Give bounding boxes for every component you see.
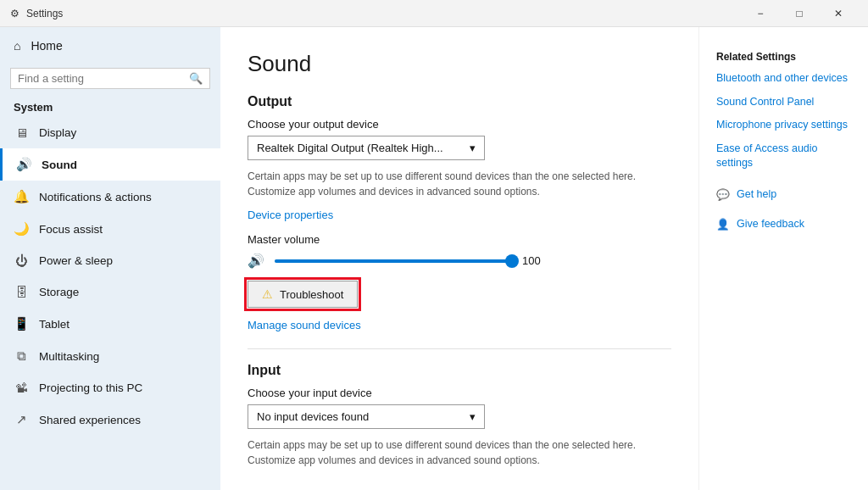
storage-icon: 🗄	[14, 285, 29, 299]
home-icon: ⌂	[14, 39, 20, 53]
sidebar-item-tablet[interactable]: 📱 Tablet	[0, 308, 220, 340]
search-icon: 🔍	[189, 72, 203, 85]
output-device-value: Realtek Digital Output (Realtek High...	[257, 142, 443, 154]
minimize-button[interactable]: −	[741, 0, 780, 27]
close-button[interactable]: ✕	[819, 0, 858, 27]
give-feedback-label: Give feedback	[737, 218, 804, 230]
sidebar-item-label: Focus assist	[39, 223, 103, 236]
display-icon: 🖥	[14, 125, 29, 140]
search-box: 🔍	[10, 68, 210, 89]
sidebar-item-home[interactable]: ⌂ Home	[0, 27, 220, 64]
related-settings-title: Related Settings	[716, 51, 851, 63]
right-panel: Related Settings Bluetooth and other dev…	[698, 27, 868, 490]
sidebar-item-multitasking[interactable]: ⧉ Multitasking	[0, 340, 220, 372]
page-title: Sound	[248, 51, 671, 77]
give-feedback-row[interactable]: 👤 Give feedback	[716, 218, 851, 231]
related-link-sound-control[interactable]: Sound Control Panel	[716, 95, 851, 110]
sidebar: ⌂ Home 🔍 System 🖥 Display 🔊 Sound 🔔 Noti…	[0, 27, 220, 490]
shared-icon: ↗	[14, 412, 29, 427]
multitasking-icon: ⧉	[14, 348, 29, 364]
input-description: Certain apps may be set up to use differ…	[248, 437, 654, 468]
sidebar-item-sound[interactable]: 🔊 Sound	[0, 148, 220, 181]
warning-icon: ⚠	[262, 287, 273, 301]
volume-section: Master volume 🔊 100	[248, 233, 671, 269]
title-bar-title: Settings	[26, 8, 63, 19]
sidebar-item-storage[interactable]: 🗄 Storage	[0, 276, 220, 308]
title-bar: ⚙ Settings − □ ✕	[0, 0, 868, 27]
content-area: Sound Output Choose your output device R…	[220, 27, 698, 490]
sidebar-item-label: Multitasking	[39, 350, 99, 363]
volume-slider-fill	[275, 259, 512, 263]
power-icon: ⏻	[14, 253, 29, 268]
sidebar-item-label: Projecting to this PC	[39, 381, 142, 394]
volume-value: 100	[522, 254, 548, 267]
related-link-microphone[interactable]: Microphone privacy settings	[716, 118, 851, 133]
manage-sound-link[interactable]: Manage sound devices	[248, 319, 361, 331]
volume-label: Master volume	[248, 233, 671, 246]
settings-icon: ⚙	[10, 8, 19, 19]
troubleshoot-label: Troubleshoot	[280, 288, 343, 301]
sidebar-item-label: Display	[39, 126, 76, 139]
sound-icon: 🔊	[16, 157, 31, 172]
input-device-dropdown[interactable]: No input devices found ▾	[248, 404, 485, 429]
get-help-icon: 💬	[716, 188, 730, 201]
related-link-bluetooth[interactable]: Bluetooth and other devices	[716, 71, 851, 86]
input-choose-label: Choose your input device	[248, 387, 671, 399]
volume-speaker-icon: 🔊	[248, 253, 264, 269]
give-feedback-icon: 👤	[716, 218, 730, 231]
notifications-icon: 🔔	[14, 189, 29, 204]
volume-slider[interactable]	[275, 259, 512, 263]
sidebar-item-label: Tablet	[39, 318, 70, 331]
title-bar-left: ⚙ Settings	[10, 8, 63, 19]
sidebar-item-label: Power & sleep	[39, 254, 113, 267]
related-link-ease-of-access[interactable]: Ease of Access audio settings	[716, 142, 851, 171]
get-help-label: Get help	[737, 188, 776, 200]
sidebar-item-focus[interactable]: 🌙 Focus assist	[0, 213, 220, 245]
troubleshoot-button[interactable]: ⚠ Troubleshoot	[248, 281, 358, 308]
sidebar-item-label: Notifications & actions	[39, 191, 152, 203]
sidebar-item-label: Storage	[39, 286, 79, 298]
section-divider	[248, 348, 671, 349]
tablet-icon: 📱	[14, 316, 29, 331]
volume-row: 🔊 100	[248, 253, 671, 269]
sidebar-item-label: Sound	[42, 159, 77, 171]
output-choose-label: Choose your output device	[248, 118, 671, 131]
home-label: Home	[31, 39, 62, 53]
output-description: Certain apps may be set up to use differ…	[248, 169, 654, 199]
sidebar-item-power[interactable]: ⏻ Power & sleep	[0, 245, 220, 276]
output-section-title: Output	[248, 94, 671, 109]
sidebar-item-notifications[interactable]: 🔔 Notifications & actions	[0, 181, 220, 213]
sidebar-item-projecting[interactable]: 📽 Projecting to this PC	[0, 372, 220, 404]
output-device-dropdown[interactable]: Realtek Digital Output (Realtek High... …	[248, 136, 485, 160]
maximize-button[interactable]: □	[780, 0, 819, 27]
input-dropdown-chevron-icon: ▾	[470, 410, 476, 423]
sidebar-item-label: Shared experiences	[39, 414, 141, 426]
sidebar-item-display[interactable]: 🖥 Display	[0, 117, 220, 148]
get-help-row[interactable]: 💬 Get help	[716, 188, 851, 201]
device-properties-link[interactable]: Device properties	[248, 209, 333, 221]
main-container: ⌂ Home 🔍 System 🖥 Display 🔊 Sound 🔔 Noti…	[0, 27, 868, 490]
volume-slider-thumb[interactable]	[505, 254, 519, 268]
sidebar-item-shared[interactable]: ↗ Shared experiences	[0, 404, 220, 436]
search-input[interactable]	[18, 72, 184, 85]
sidebar-section-title: System	[0, 96, 220, 117]
dropdown-chevron-icon: ▾	[470, 142, 476, 154]
input-section-title: Input	[248, 363, 671, 378]
projecting-icon: 📽	[14, 381, 29, 395]
input-device-value: No input devices found	[257, 410, 369, 423]
focus-icon: 🌙	[14, 221, 29, 237]
title-bar-controls: − □ ✕	[741, 0, 858, 27]
